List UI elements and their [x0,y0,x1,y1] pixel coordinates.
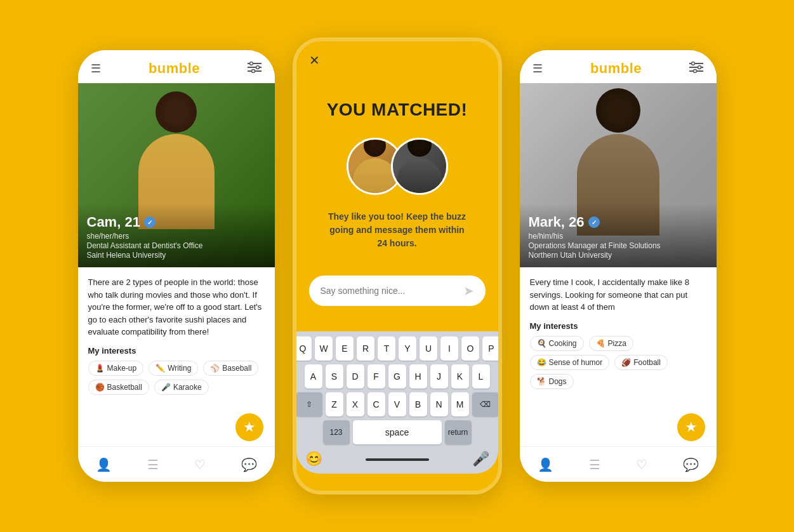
superlike-button-right[interactable]: ★ [677,413,705,441]
key-c[interactable]: C [367,392,385,416]
interest-basketball: 🏀Basketball [88,380,149,395]
verified-badge-right: ✓ [588,216,600,228]
key-b[interactable]: B [409,392,427,416]
microphone-icon[interactable]: 🎤 [472,451,489,467]
interest-humor: 😂Sense of humor [530,355,610,370]
phone-right: ☰ bumble Mark, 26 [520,50,717,482]
settings-icon-left[interactable] [248,62,261,76]
key-return[interactable]: return [445,420,472,444]
svg-point-4 [256,65,260,69]
keyboard[interactable]: Q W E R T Y U I O P A S D F G H J K L [296,331,498,474]
key-j[interactable]: J [430,364,448,389]
bio-right: Every time I cook, I accidentally make l… [520,267,717,319]
interest-baseball: ⚾Baseball [203,361,258,376]
key-k[interactable]: K [451,364,469,389]
keyboard-row-1: Q W E R T Y U I O P [299,336,496,361]
key-delete[interactable]: ⌫ [472,392,499,416]
key-d[interactable]: D [347,364,364,389]
key-n[interactable]: N [430,392,448,416]
phones-container: ☰ bumble Cam, 21 [78,37,717,495]
key-o[interactable]: O [461,336,479,361]
message-input-wrapper[interactable]: ➤ [309,276,486,306]
match-content: YOU MATCHED! [296,74,498,331]
verified-badge-left: ✓ [144,216,155,228]
bumble-logo-right: bumble [590,60,642,77]
nav-menu-right[interactable]: ☰ [589,457,600,472]
key-v[interactable]: V [388,392,406,416]
phone-left: ☰ bumble Cam, 21 [78,50,275,482]
profile-overlay-left: Cam, 21 ✓ she/her/hers Dental Assistant … [78,204,275,267]
keyboard-bottom-icons: 😊 🎤 [299,448,496,471]
message-input[interactable] [321,286,463,296]
key-r[interactable]: R [357,336,374,361]
interest-dogs: 🐕Dogs [530,374,574,389]
interest-writing: ✏️Writing [149,361,198,376]
key-x[interactable]: X [347,392,364,416]
bottom-nav-right: 👤 ☰ ♡ 💬 [520,446,717,482]
profile-school-right: Northern Utah University [529,251,708,260]
nav-like-left[interactable]: ♡ [194,457,206,472]
keyboard-row-3: ⇧ Z X C V B N M ⌫ [299,392,496,416]
profile-image-left: Cam, 21 ✓ she/her/hers Dental Assistant … [78,83,275,267]
nav-like-right[interactable]: ♡ [636,457,647,472]
interests-section-left: My interests 💄Make-up ✏️Writing ⚾Basebal… [78,343,275,405]
match-avatar-2 [391,138,448,195]
nav-profile-right[interactable]: 👤 [538,457,553,472]
settings-icon-right[interactable] [689,62,703,76]
match-subtitle: They like you too! Keep the buzz going a… [328,210,467,250]
interests-row-1-right: 🍳Cooking 🍕Pizza [530,336,706,351]
key-q[interactable]: Q [294,336,312,361]
bottom-nav-left: 👤 ☰ ♡ 💬 [78,446,275,482]
key-u[interactable]: U [420,336,437,361]
key-t[interactable]: T [378,336,395,361]
interests-row-3-right: 🐕Dogs [530,374,706,389]
profile-image-right: Mark, 26 ✓ he/him/his Operations Manager… [520,83,717,267]
profile-overlay-right: Mark, 26 ✓ he/him/his Operations Manager… [520,204,717,267]
profile-school-left: Saint Helena University [87,251,266,260]
interests-section-right: My interests 🍳Cooking 🍕Pizza 😂Sense of h… [520,319,717,399]
key-w[interactable]: W [315,336,333,361]
nav-profile-left[interactable]: 👤 [96,457,112,472]
interest-pizza: 🍕Pizza [589,336,633,351]
key-z[interactable]: Z [326,392,343,416]
phone-center: ✕ YOU MATCHED! [293,37,502,495]
hamburger-icon-right[interactable]: ☰ [533,62,543,76]
key-f[interactable]: F [367,364,385,389]
match-avatars [347,138,448,195]
key-l[interactable]: L [472,364,490,389]
key-p[interactable]: P [482,336,500,361]
superlike-button-left[interactable]: ★ [235,413,263,441]
key-m[interactable]: M [451,392,469,416]
profile-name-left: Cam, 21 ✓ [87,214,266,230]
close-button[interactable]: ✕ [309,53,320,68]
interest-makeup: 💄Make-up [88,361,144,376]
key-e[interactable]: E [336,336,354,361]
nav-chat-right[interactable]: 💬 [683,457,699,472]
svg-point-11 [694,69,697,72]
key-g[interactable]: G [388,364,406,389]
send-icon[interactable]: ➤ [463,283,474,298]
interests-title-right: My interests [530,321,706,331]
key-y[interactable]: Y [399,336,416,361]
interest-karaoke: 🎤Karaoke [154,380,209,395]
interest-cooking: 🍳Cooking [530,336,584,351]
key-shift[interactable]: ⇧ [296,392,322,416]
top-bar-right: ☰ bumble [520,50,717,83]
key-space[interactable]: space [353,420,442,444]
key-a[interactable]: A [305,364,322,389]
svg-point-10 [698,65,701,69]
hamburger-icon-left[interactable]: ☰ [91,62,101,76]
nav-chat-left[interactable]: 💬 [241,457,257,472]
key-i[interactable]: I [440,336,458,361]
home-indicator [366,458,429,461]
profile-job-left: Dental Assistant at Dentist's Office [87,241,266,250]
key-123[interactable]: 123 [323,420,350,444]
bumble-logo-left: bumble [149,60,200,77]
center-top-bar: ✕ [296,41,498,74]
key-s[interactable]: S [326,364,343,389]
emoji-icon[interactable]: 😊 [305,451,322,467]
interests-title-left: My interests [88,346,265,356]
nav-menu-left[interactable]: ☰ [147,457,159,472]
key-h[interactable]: H [409,364,427,389]
top-bar-left: ☰ bumble [78,50,275,83]
